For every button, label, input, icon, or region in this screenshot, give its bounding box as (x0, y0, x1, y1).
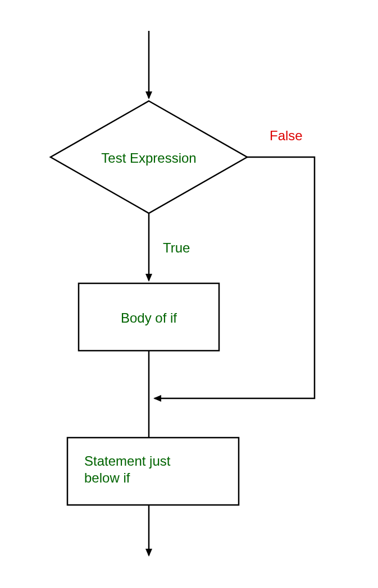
decision-label: Test Expression (101, 150, 196, 166)
flowchart-svg: Test Expression False True Body of if St… (0, 0, 378, 588)
false-label: False (270, 128, 303, 143)
true-label: True (163, 240, 190, 255)
flow-line-false-branch (154, 157, 315, 398)
statement-label-line2: below if (84, 470, 130, 485)
statement-label-line1: Statement just (84, 453, 171, 468)
body-label: Body of if (121, 310, 177, 325)
